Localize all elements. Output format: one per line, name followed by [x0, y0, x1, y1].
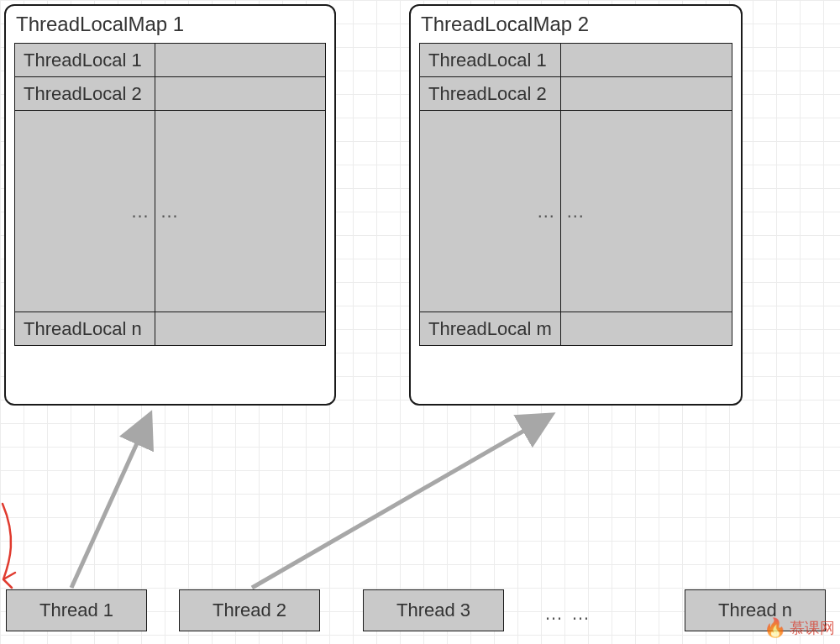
cell-ellipsis: … — [420, 111, 561, 312]
cell-val — [155, 312, 326, 346]
map-title: ThreadLocalMap 2 — [421, 13, 732, 36]
cell-key: ThreadLocal m — [420, 312, 561, 346]
table-row: ThreadLocal 1 — [15, 44, 326, 77]
diagram-stage: ThreadLocalMap 1 ThreadLocal 1 ThreadLoc… — [0, 0, 840, 644]
cell-key: ThreadLocal 1 — [15, 44, 155, 77]
map-table: ThreadLocal 1 ThreadLocal 2 … … ThreadLo… — [419, 43, 732, 346]
threadlocalmap-2: ThreadLocalMap 2 ThreadLocal 1 ThreadLoc… — [409, 4, 743, 406]
threadlocalmap-1: ThreadLocalMap 1 ThreadLocal 1 ThreadLoc… — [4, 4, 336, 406]
cell-val — [155, 44, 326, 77]
watermark: 🔥 慕课网 — [764, 617, 835, 639]
watermark-text: 慕课网 — [790, 618, 835, 638]
table-row: ThreadLocal 1 — [420, 44, 732, 77]
cell-key: ThreadLocal 1 — [420, 44, 561, 77]
table-row: ThreadLocal 2 — [15, 77, 326, 111]
table-row: ThreadLocal 2 — [420, 77, 732, 111]
cell-key: ThreadLocal 2 — [420, 77, 561, 111]
table-row: ThreadLocal n — [15, 312, 326, 346]
cell-ellipsis: … — [155, 111, 326, 312]
cell-ellipsis: … — [15, 111, 155, 312]
annotation-scribble-icon — [3, 504, 15, 588]
table-row: ThreadLocal m — [420, 312, 732, 346]
thread-ellipsis: … … — [544, 603, 591, 625]
thread-box-1: Thread 1 — [6, 589, 147, 631]
table-row: … … — [420, 111, 732, 312]
thread-box-3: Thread 3 — [363, 589, 504, 631]
cell-val — [560, 44, 732, 77]
table-row: … … — [15, 111, 326, 312]
cell-ellipsis: … — [560, 111, 732, 312]
map-table: ThreadLocal 1 ThreadLocal 2 … … ThreadLo… — [14, 43, 326, 346]
map-title: ThreadLocalMap 1 — [16, 13, 326, 36]
cell-key: ThreadLocal n — [15, 312, 155, 346]
cell-key: ThreadLocal 2 — [15, 77, 155, 111]
thread-box-2: Thread 2 — [179, 589, 320, 631]
arrow-thread1-to-map1 — [71, 416, 150, 588]
cell-val — [560, 312, 732, 346]
cell-val — [560, 77, 732, 111]
arrow-thread2-to-map2 — [252, 416, 550, 588]
cell-val — [155, 77, 326, 111]
flame-icon: 🔥 — [764, 617, 786, 639]
